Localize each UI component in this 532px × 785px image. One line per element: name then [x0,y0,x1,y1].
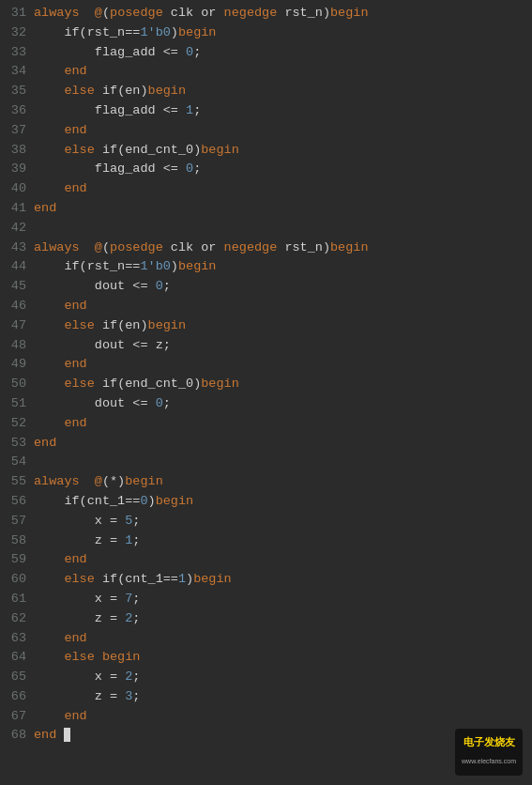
token: (en) [117,84,147,98]
token: ; [132,670,140,684]
token: ; [132,514,140,528]
token: end [34,728,56,742]
code-text: end [34,707,532,727]
token: <= [163,162,178,176]
token: 1 [178,572,186,586]
token: begin [148,84,187,98]
token: or [201,6,216,20]
code-text: end [34,629,532,649]
token: end [64,64,86,78]
token [34,416,64,430]
code-line: 49 end [0,355,532,375]
token [80,474,95,488]
token: 1 [140,25,147,39]
token: dout [34,396,132,410]
token: always [34,240,80,254]
line-number: 38 [0,141,34,161]
token: ; [132,533,140,547]
line-number: 59 [0,550,34,570]
watermark-url: www.elecfans.com [462,752,516,772]
token: ; [163,279,171,293]
line-number: 65 [0,668,34,687]
token [178,103,186,117]
token: ' [148,259,156,273]
token: end [64,416,86,430]
token [34,181,64,195]
line-number: 58 [0,531,34,551]
code-text: else if(en)begin [34,82,532,101]
token [80,6,95,20]
line-number: 35 [0,82,34,101]
token: 0 [156,279,163,293]
code-text: end [34,550,532,570]
token: 1 [140,259,147,273]
token: else [64,377,94,391]
token [34,318,64,332]
token: x [34,514,110,528]
token: begin [201,377,239,391]
token: (end_cnt_0) [117,377,201,391]
line-number: 66 [0,687,34,707]
token: begin [125,474,163,488]
code-line: 42 [0,219,532,239]
token: if [102,318,117,332]
code-line: 36 flag_add <= 1; [0,101,532,121]
token: end [64,181,86,195]
token [34,377,64,391]
code-text: x = 7; [34,590,532,609]
line-number: 45 [0,277,34,297]
line-number: 49 [0,355,34,375]
token [95,143,102,157]
line-number: 60 [0,570,34,590]
code-line: 50 else if(end_cnt_0)begin [0,375,532,394]
code-text: x = 2; [34,668,532,687]
line-number: 52 [0,414,34,434]
token: 0 [186,45,193,59]
code-text: end [34,199,532,219]
line-number: 51 [0,394,34,414]
code-line: 40 end [0,179,532,199]
token: always [34,6,80,20]
code-text [34,219,532,239]
line-number: 37 [0,121,34,141]
token: @ [95,6,102,20]
line-number: 47 [0,316,34,336]
code-line: 60 else if(cnt_1==1)begin [0,570,532,590]
token: z [34,611,110,625]
token: (cnt_1== [117,572,178,586]
token: begin [148,318,187,332]
token: ; [193,103,201,117]
code-line: 31always @(posedge clk or negedge rst_n)… [0,4,532,23]
token: <= [132,396,147,410]
code-text: end [34,355,532,375]
line-number: 67 [0,707,34,727]
token: <= [163,103,178,117]
token: else [64,143,94,157]
token: if [34,25,80,39]
token: ; [163,396,171,410]
token: if [34,494,80,508]
token: end [34,201,56,215]
line-number: 46 [0,297,34,316]
code-text [34,453,532,472]
code-text: end [34,62,532,82]
code-line: 63 end [0,629,532,649]
token [34,299,64,313]
code-line: 61 x = 7; [0,590,532,609]
token: posedge [110,240,163,254]
token [95,318,102,332]
code-line: 38 else if(end_cnt_0)begin [0,141,532,161]
token: clk [163,240,202,254]
token: begin [201,143,239,157]
code-line: 54 [0,453,532,472]
token: end [64,357,86,371]
line-number: 68 [0,726,34,746]
code-line: 58 z = 1; [0,531,532,551]
code-line: 34 end [0,62,532,82]
token: ) [186,572,193,586]
code-text: flag_add <= 0; [34,160,532,179]
token: z; [148,338,171,352]
token: end [64,123,86,137]
token: else [64,572,94,586]
token: or [201,240,216,254]
